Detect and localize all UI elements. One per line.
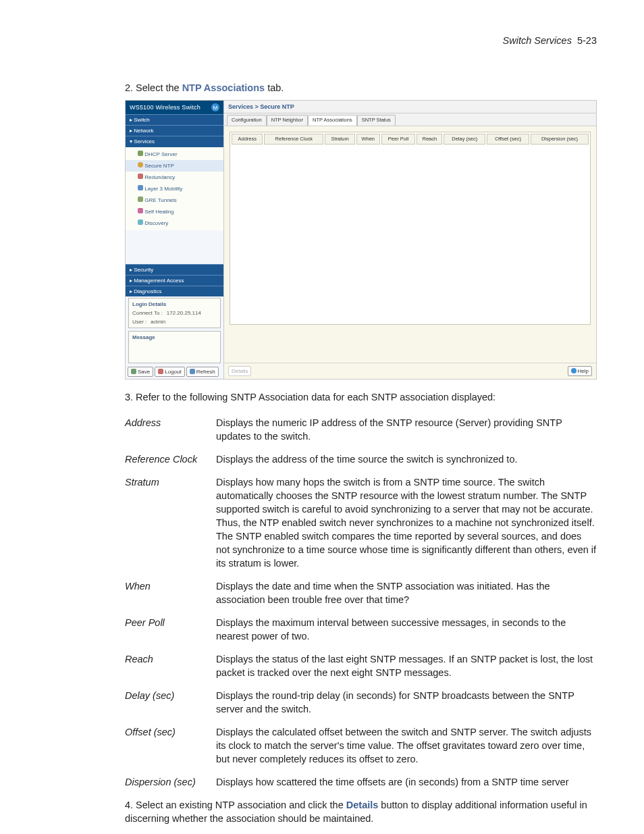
- header-section: Switch Services: [503, 35, 572, 46]
- connect-to-value: 172.20.25.114: [167, 309, 201, 317]
- breadcrumb: Services > Secure NTP: [224, 101, 596, 113]
- col-offset[interactable]: Offset (sec): [487, 134, 529, 145]
- user-label: User :: [132, 318, 146, 325]
- connect-to-label: Connect To :: [132, 309, 163, 317]
- step-4-prefix: 4. Select an existing NTP association an…: [125, 800, 346, 810]
- sidebar: WS5100 Wireless Switch M ▸ Switch ▸ Netw…: [126, 101, 224, 379]
- term-when: When: [125, 579, 216, 606]
- sidebar-item-switch[interactable]: ▸ Switch: [126, 114, 223, 125]
- term-offset: Offset (sec): [125, 725, 216, 766]
- def-reach: Displays the status of the last eight SN…: [216, 652, 597, 679]
- tree-item-l3-mobility[interactable]: Layer 3 Mobility: [126, 183, 223, 194]
- tree-item-secure-ntp[interactable]: Secure NTP: [126, 160, 223, 172]
- sidebar-item-management[interactable]: ▸ Management Access: [126, 275, 223, 286]
- col-reference-clock[interactable]: Reference Clock: [264, 134, 323, 145]
- col-when[interactable]: When: [356, 134, 380, 145]
- tree-item-discovery[interactable]: Discovery: [126, 217, 223, 229]
- step-4: 4. Select an existing NTP association an…: [125, 798, 597, 825]
- def-peer-poll: Displays the maximum interval between su…: [216, 616, 597, 643]
- term-reference-clock: Reference Clock: [125, 452, 216, 466]
- tab-bar: Configuration NTP Neighbor NTP Associati…: [224, 113, 596, 126]
- login-details-title: Login Details: [132, 301, 217, 308]
- ntp-associations-label: NTP Associations: [182, 82, 265, 93]
- col-peer-poll[interactable]: Peer Poll: [381, 134, 416, 145]
- login-details-box: Login Details Connect To :172.20.25.114 …: [128, 298, 221, 328]
- sidebar-item-diagnostics[interactable]: ▸ Diagnostics: [126, 286, 223, 296]
- tab-ntp-associations[interactable]: NTP Associations: [308, 115, 357, 125]
- associations-table[interactable]: Address Reference Clock Stratum When Pee…: [230, 132, 591, 325]
- term-dispersion: Dispersion (sec): [125, 775, 216, 789]
- def-dispersion: Displays how scattered the time offsets …: [216, 775, 597, 789]
- step-2-suffix: tab.: [265, 82, 284, 93]
- step-3: 3. Refer to the following SNTP Associati…: [125, 390, 597, 404]
- step-2-prefix: 2. Select the: [125, 82, 182, 93]
- app-screenshot: WS5100 Wireless Switch M ▸ Switch ▸ Netw…: [125, 100, 597, 380]
- tree-item-gre-tunnels[interactable]: GRE Tunnels: [126, 194, 223, 206]
- term-peer-poll: Peer Poll: [125, 616, 216, 643]
- tree-item-self-healing[interactable]: Self Healing: [126, 206, 223, 217]
- col-delay[interactable]: Delay (sec): [444, 134, 485, 145]
- refresh-icon: [190, 369, 195, 374]
- tree-item-dhcp[interactable]: DHCP Server: [126, 149, 223, 160]
- save-icon: [131, 369, 136, 374]
- def-address: Displays the numeric IP address of the S…: [216, 416, 597, 443]
- logout-icon: [158, 369, 163, 374]
- logout-button[interactable]: Logout: [155, 367, 184, 377]
- details-label: Details: [346, 800, 379, 810]
- brand-bar: WS5100 Wireless Switch M: [126, 101, 223, 114]
- term-reach: Reach: [125, 652, 216, 679]
- sidebar-item-network[interactable]: ▸ Network: [126, 125, 223, 136]
- tab-ntp-neighbor[interactable]: NTP Neighbor: [267, 115, 308, 125]
- page-header: Switch Services 5-23: [47, 34, 597, 47]
- message-box: Message: [128, 331, 221, 363]
- header-page-no: 5-23: [577, 35, 597, 46]
- message-title: Message: [132, 334, 217, 341]
- col-reach[interactable]: Reach: [417, 134, 442, 145]
- user-value: admin: [151, 318, 165, 325]
- term-delay: Delay (sec): [125, 689, 216, 716]
- def-stratum: Displays how many hops the switch is fro…: [216, 475, 597, 570]
- def-offset: Displays the calculated offset between t…: [216, 725, 597, 766]
- definition-list: AddressDisplays the numeric IP address o…: [125, 416, 597, 789]
- refresh-button[interactable]: Refresh: [186, 367, 219, 377]
- help-button[interactable]: Help: [568, 366, 592, 376]
- step-2: 2. Select the NTP Associations tab.: [125, 81, 597, 95]
- col-address[interactable]: Address: [232, 134, 263, 145]
- sidebar-item-services[interactable]: ▾ Services: [126, 136, 223, 147]
- def-reference-clock: Displays the address of the time source …: [216, 452, 597, 466]
- save-button[interactable]: Save: [128, 367, 153, 377]
- def-when: Displays the date and time when the SNTP…: [216, 579, 597, 606]
- help-icon: [571, 368, 576, 373]
- col-dispersion[interactable]: Dispersion (sec): [531, 134, 589, 145]
- col-stratum[interactable]: Stratum: [325, 134, 355, 145]
- def-delay: Displays the round-trip delay (in second…: [216, 689, 597, 716]
- tab-sntp-status[interactable]: SNTP Status: [357, 115, 396, 125]
- term-stratum: Stratum: [125, 475, 216, 570]
- brand-text: WS5100 Wireless Switch: [130, 103, 200, 111]
- sidebar-item-security[interactable]: ▸ Security: [126, 264, 223, 275]
- tree-item-redundancy[interactable]: Redundancy: [126, 172, 223, 183]
- term-address: Address: [125, 416, 216, 443]
- tab-configuration[interactable]: Configuration: [227, 115, 267, 125]
- details-button[interactable]: Details: [228, 366, 251, 376]
- brand-logo-icon: M: [211, 103, 219, 111]
